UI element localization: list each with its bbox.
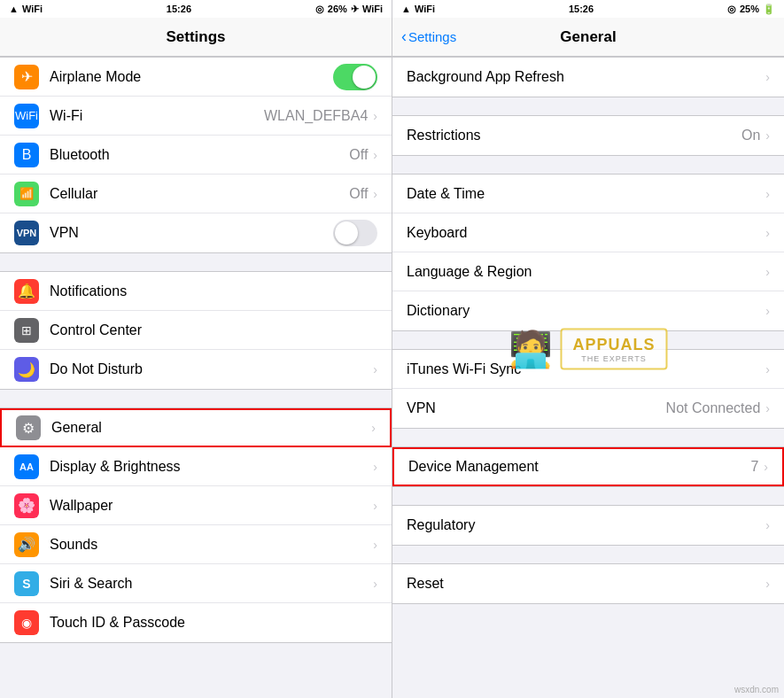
bluetooth-row[interactable]: B Bluetooth Off › — [0, 136, 392, 174]
date-time-chevron: › — [765, 187, 770, 201]
notifications-icon: 🔔 — [14, 279, 39, 304]
sounds-chevron: › — [373, 538, 377, 552]
itunes-section: iTunes Wi-Fi Sync › VPN Not Connected › — [392, 349, 784, 429]
device-management-row[interactable]: Device Management 7 › — [392, 447, 784, 486]
right-wifi-icon: WiFi — [415, 4, 435, 14]
notifications-label: Notifications — [50, 283, 377, 299]
left-status-left: ▲ WiFi — [9, 4, 43, 14]
battery-pct: 26% — [328, 4, 347, 14]
notifications-row[interactable]: 🔔 Notifications — [0, 272, 392, 311]
dictionary-chevron: › — [765, 304, 770, 318]
language-label: Language & Region — [407, 264, 765, 280]
siri-row[interactable]: S Siri & Search › — [0, 564, 392, 603]
general-icon: ⚙ — [16, 415, 41, 440]
do-not-disturb-chevron: › — [373, 362, 377, 376]
cellular-row[interactable]: 📶 Cellular Off › — [0, 174, 392, 213]
regulatory-chevron: › — [765, 518, 770, 532]
wifi-row[interactable]: WiFi Wi-Fi WLAN_DEFBA4 › — [0, 97, 392, 136]
connectivity-section: ✈ Airplane Mode WiFi Wi-Fi WLAN_DEFBA4 ›… — [0, 57, 392, 253]
right-location-icon: ◎ — [727, 4, 736, 15]
right-status-right: ◎ 25% 🔋 — [727, 4, 775, 15]
wsxdn-badge: wsxdn.com — [734, 685, 779, 694]
wallpaper-label: Wallpaper — [50, 498, 373, 514]
control-center-label: Control Center — [50, 322, 377, 338]
cellular-chevron: › — [373, 187, 377, 201]
siri-icon: S — [14, 571, 39, 596]
background-refresh-chevron: › — [765, 70, 770, 84]
wallpaper-icon: 🌸 — [14, 493, 39, 518]
vpn-toggle[interactable] — [333, 220, 377, 246]
left-screen: ▲ WiFi 15:26 ◎ 26% ✈ WiFi Settings — [0, 0, 392, 698]
right-nav-title: General — [560, 28, 616, 46]
touchid-row[interactable]: ◉ Touch ID & Passcode — [0, 603, 392, 642]
back-button[interactable]: ‹ Settings — [401, 27, 456, 46]
language-chevron: › — [765, 265, 770, 279]
reset-chevron: › — [765, 577, 770, 591]
keyboard-row[interactable]: Keyboard › — [392, 213, 784, 252]
vpn-row[interactable]: VPN VPN — [0, 213, 392, 252]
restrictions-row[interactable]: Restrictions On › — [392, 116, 784, 155]
airplane-icon: ✈ — [351, 4, 359, 15]
right-settings-list: Background App Refresh › Restrictions On… — [392, 57, 784, 698]
cellular-icon: 📶 — [14, 182, 39, 206]
back-label: Settings — [408, 29, 456, 44]
bluetooth-chevron: › — [373, 148, 377, 162]
date-time-label: Date & Time — [407, 186, 765, 202]
general-chevron: › — [371, 421, 376, 435]
airplane-mode-row[interactable]: ✈ Airplane Mode — [0, 58, 392, 97]
left-settings-list: ✈ Airplane Mode WiFi Wi-Fi WLAN_DEFBA4 ›… — [0, 57, 392, 698]
left-status-bar: ▲ WiFi 15:26 ◎ 26% ✈ WiFi — [0, 0, 392, 18]
siri-chevron: › — [373, 577, 377, 591]
display-row[interactable]: AA Display & Brightness › — [0, 447, 392, 486]
dictionary-row[interactable]: Dictionary › — [392, 291, 784, 330]
location-icon: ◎ — [315, 4, 324, 15]
wallpaper-row[interactable]: 🌸 Wallpaper › — [0, 486, 392, 525]
do-not-disturb-row[interactable]: 🌙 Do Not Disturb › — [0, 350, 392, 389]
device-management-label: Device Management — [408, 459, 750, 475]
wifi-row-icon: WiFi — [14, 104, 39, 128]
right-vpn-row[interactable]: VPN Not Connected › — [392, 389, 784, 428]
airplane-mode-toggle[interactable] — [333, 64, 377, 90]
bluetooth-icon: B — [14, 143, 39, 167]
left-time: 15:26 — [167, 4, 191, 14]
vpn-toggle-thumb — [335, 221, 358, 244]
display-icon: AA — [14, 454, 39, 479]
itunes-sync-chevron: › — [765, 362, 770, 376]
vpn-icon: VPN — [14, 221, 39, 245]
display-chevron: › — [373, 460, 377, 474]
right-nav-bar: ‹ Settings General — [392, 18, 784, 57]
restrictions-value: On — [741, 128, 760, 143]
reset-row[interactable]: Reset › — [392, 564, 784, 603]
left-status-right: ◎ 26% ✈ WiFi — [315, 4, 383, 15]
toggle-thumb — [353, 66, 376, 89]
regulatory-row[interactable]: Regulatory › — [392, 506, 784, 545]
dictionary-label: Dictionary — [407, 303, 765, 319]
date-time-row[interactable]: Date & Time › — [392, 174, 784, 213]
right-vpn-label: VPN — [407, 400, 666, 416]
keyboard-label: Keyboard — [407, 225, 765, 241]
regulatory-section: Regulatory › — [392, 505, 784, 546]
do-not-disturb-label: Do Not Disturb — [50, 361, 373, 377]
touchid-icon: ◉ — [14, 610, 39, 635]
right-status-content: ▲ WiFi 15:26 ◎ 25% 🔋 — [392, 0, 784, 18]
sounds-row[interactable]: 🔊 Sounds › — [0, 525, 392, 564]
datetime-section: Date & Time › Keyboard › Language & Regi… — [392, 174, 784, 331]
itunes-sync-row[interactable]: iTunes Wi-Fi Sync › — [392, 350, 784, 389]
device-management-value: 7 — [750, 459, 758, 475]
general-label: General — [51, 420, 371, 436]
right-vpn-value: Not Connected — [666, 400, 761, 416]
keyboard-chevron: › — [765, 226, 770, 240]
control-center-icon: ⊞ — [14, 318, 39, 343]
general-row[interactable]: ⚙ General › — [0, 408, 392, 447]
right-status-bar: ▲ WiFi 15:26 ◎ 25% 🔋 — [392, 0, 784, 18]
language-row[interactable]: Language & Region › — [392, 252, 784, 291]
notifications-section: 🔔 Notifications ⊞ Control Center 🌙 Do No… — [0, 271, 392, 390]
device-management-chevron: › — [764, 460, 768, 474]
vpn-label: VPN — [50, 225, 333, 241]
background-refresh-row[interactable]: Background App Refresh › — [392, 58, 784, 97]
right-status-left: ▲ WiFi — [401, 4, 435, 14]
refresh-section: Background App Refresh › — [392, 57, 784, 97]
control-center-row[interactable]: ⊞ Control Center — [0, 311, 392, 350]
cellular-label: Cellular — [50, 186, 349, 202]
sounds-icon: 🔊 — [14, 532, 39, 557]
